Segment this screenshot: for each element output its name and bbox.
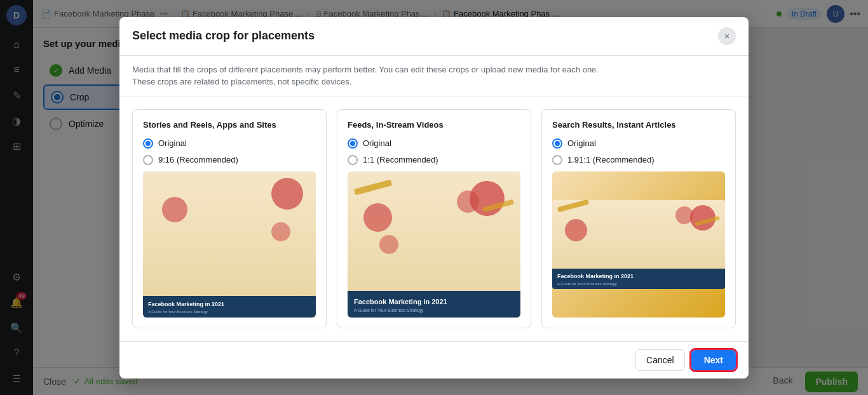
radio-11-feeds[interactable]: 1:1 (Recommended) [348, 155, 520, 165]
placement-image-search: Facebook Marketing in 2021 A Guide for Y… [552, 171, 725, 318]
radio-btn-original-search[interactable] [552, 138, 562, 149]
radio-label-1911-search: 1.91:1 (Recommended) [567, 155, 654, 164]
radio-label-original-search: Original [567, 138, 596, 148]
radio-label-original-stories: Original [158, 138, 187, 148]
radio-btn-1911-search[interactable] [552, 155, 562, 165]
radio-original-stories[interactable]: Original [143, 138, 316, 149]
modal-dialog: Select media crop for placements × Media… [119, 17, 749, 378]
placement-title-search: Search Results, Instant Articles [552, 120, 725, 130]
radio-btn-11-feeds[interactable] [348, 155, 358, 165]
placement-card-stories: Stories and Reels, Apps and Sites Origin… [132, 109, 327, 328]
placement-image-stories: Facebook Marketing in 2021 A Guide for Y… [143, 171, 316, 318]
modal-title: Select media crop for placements [132, 29, 315, 43]
radio-original-search[interactable]: Original [552, 138, 725, 149]
modal-close-button[interactable]: × [718, 27, 736, 45]
placement-card-feeds: Feeds, In-Stream Videos Original 1:1 (Re… [337, 109, 531, 328]
modal-description: Media that fill the crops of different p… [132, 65, 599, 87]
radio-label-916-stories: 9:16 (Recommended) [158, 155, 238, 164]
next-button[interactable]: Next [691, 350, 736, 370]
placement-title-stories: Stories and Reels, Apps and Sites [143, 120, 316, 130]
radio-1911-search[interactable]: 1.91:1 (Recommended) [552, 155, 725, 165]
radio-label-11-feeds: 1:1 (Recommended) [363, 155, 438, 164]
radio-btn-original-feeds[interactable] [348, 138, 358, 149]
radio-label-original-feeds: Original [363, 138, 391, 148]
modal-header: Select media crop for placements × [119, 17, 749, 56]
placement-title-feeds: Feeds, In-Stream Videos [348, 120, 520, 130]
placement-image-feeds: Facebook Marketing in 2021 A Guide for Y… [348, 171, 520, 318]
radio-btn-original-stories[interactable] [143, 138, 153, 149]
modal-overlay: Select media crop for placements × Media… [0, 0, 868, 395]
radio-btn-916-stories[interactable] [143, 155, 153, 165]
modal-subtext: Media that fill the crops of different p… [119, 56, 749, 97]
modal-footer: Cancel Next [119, 341, 749, 378]
cancel-button[interactable]: Cancel [635, 349, 685, 371]
modal-body: Stories and Reels, Apps and Sites Origin… [119, 97, 749, 341]
radio-original-feeds[interactable]: Original [348, 138, 520, 149]
radio-916-stories[interactable]: 9:16 (Recommended) [143, 155, 316, 165]
placement-card-search: Search Results, Instant Articles Origina… [541, 109, 736, 328]
